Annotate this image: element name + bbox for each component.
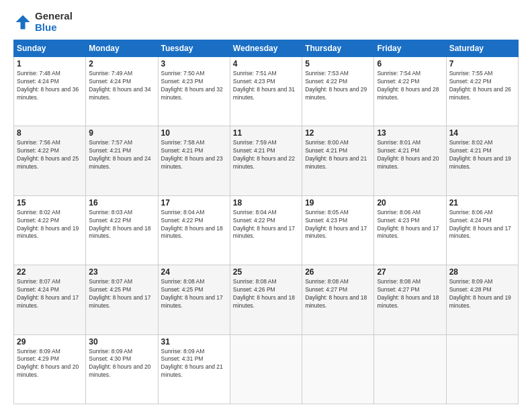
calendar-cell: 21 Sunrise: 8:06 AM Sunset: 4:24 PM Dayl… <box>446 195 518 265</box>
day-number: 29 <box>17 337 83 347</box>
logo-icon <box>13 13 32 32</box>
calendar-cell: 1 Sunrise: 7:48 AM Sunset: 4:24 PM Dayli… <box>14 57 86 126</box>
calendar-cell: 5 Sunrise: 7:53 AM Sunset: 4:22 PM Dayli… <box>302 57 374 126</box>
day-info: Sunrise: 8:08 AM Sunset: 4:27 PM Dayligh… <box>305 278 371 310</box>
day-info: Sunrise: 7:49 AM Sunset: 4:24 PM Dayligh… <box>89 70 154 102</box>
day-number: 11 <box>233 128 299 138</box>
day-number: 28 <box>449 267 515 277</box>
day-header-monday: Monday <box>86 40 158 57</box>
day-number: 24 <box>161 267 227 277</box>
calendar-cell: 14 Sunrise: 8:02 AM Sunset: 4:21 PM Dayl… <box>446 126 518 195</box>
calendar-cell: 22 Sunrise: 8:07 AM Sunset: 4:24 PM Dayl… <box>14 265 86 334</box>
day-number: 20 <box>377 198 443 208</box>
day-number: 16 <box>89 198 154 208</box>
calendar-cell: 17 Sunrise: 8:04 AM Sunset: 4:22 PM Dayl… <box>158 195 230 265</box>
calendar-cell: 9 Sunrise: 7:57 AM Sunset: 4:21 PM Dayli… <box>86 126 158 195</box>
calendar-cell <box>302 334 374 404</box>
page: General Blue SundayMondayTuesdayWednesda… <box>0 0 532 411</box>
calendar-cell: 31 Sunrise: 8:09 AM Sunset: 4:31 PM Dayl… <box>158 334 230 404</box>
calendar-cell: 11 Sunrise: 7:59 AM Sunset: 4:21 PM Dayl… <box>230 126 302 195</box>
day-number: 6 <box>377 59 443 68</box>
header: General Blue <box>13 11 519 33</box>
day-info: Sunrise: 8:02 AM Sunset: 4:22 PM Dayligh… <box>17 209 83 241</box>
day-number: 19 <box>305 198 371 208</box>
svg-marker-1 <box>16 15 30 29</box>
day-info: Sunrise: 8:09 AM Sunset: 4:31 PM Dayligh… <box>161 348 227 380</box>
day-info: Sunrise: 7:59 AM Sunset: 4:21 PM Dayligh… <box>233 139 299 171</box>
day-header-wednesday: Wednesday <box>230 40 302 57</box>
day-number: 4 <box>233 59 299 68</box>
calendar-cell: 19 Sunrise: 8:05 AM Sunset: 4:23 PM Dayl… <box>302 195 374 265</box>
day-info: Sunrise: 8:08 AM Sunset: 4:25 PM Dayligh… <box>161 278 227 310</box>
day-info: Sunrise: 7:51 AM Sunset: 4:23 PM Dayligh… <box>233 70 299 102</box>
day-number: 5 <box>305 59 371 68</box>
day-info: Sunrise: 8:07 AM Sunset: 4:25 PM Dayligh… <box>89 278 154 310</box>
day-number: 8 <box>17 128 83 138</box>
calendar-cell: 15 Sunrise: 8:02 AM Sunset: 4:22 PM Dayl… <box>14 195 86 265</box>
day-number: 21 <box>449 198 515 208</box>
day-header-friday: Friday <box>374 40 446 57</box>
day-header-sunday: Sunday <box>14 40 86 57</box>
calendar-cell: 25 Sunrise: 8:08 AM Sunset: 4:26 PM Dayl… <box>230 265 302 334</box>
day-info: Sunrise: 8:02 AM Sunset: 4:21 PM Dayligh… <box>449 139 515 171</box>
day-info: Sunrise: 8:00 AM Sunset: 4:21 PM Dayligh… <box>305 139 371 171</box>
day-info: Sunrise: 8:07 AM Sunset: 4:24 PM Dayligh… <box>17 278 83 310</box>
day-info: Sunrise: 8:09 AM Sunset: 4:29 PM Dayligh… <box>17 348 83 380</box>
day-info: Sunrise: 8:06 AM Sunset: 4:23 PM Dayligh… <box>377 209 443 241</box>
calendar-cell: 4 Sunrise: 7:51 AM Sunset: 4:23 PM Dayli… <box>230 57 302 126</box>
day-number: 3 <box>161 59 227 68</box>
calendar-cell: 27 Sunrise: 8:08 AM Sunset: 4:27 PM Dayl… <box>374 265 446 334</box>
day-number: 30 <box>89 337 154 347</box>
day-number: 12 <box>305 128 371 138</box>
calendar-cell: 16 Sunrise: 8:03 AM Sunset: 4:22 PM Dayl… <box>86 195 158 265</box>
day-number: 17 <box>161 198 227 208</box>
day-number: 26 <box>305 267 371 277</box>
day-info: Sunrise: 7:57 AM Sunset: 4:21 PM Dayligh… <box>89 139 154 171</box>
calendar-cell <box>230 334 302 404</box>
calendar-cell: 24 Sunrise: 8:08 AM Sunset: 4:25 PM Dayl… <box>158 265 230 334</box>
day-info: Sunrise: 8:09 AM Sunset: 4:28 PM Dayligh… <box>449 278 515 310</box>
day-info: Sunrise: 8:01 AM Sunset: 4:21 PM Dayligh… <box>377 139 443 171</box>
logo-text: General Blue <box>35 11 73 33</box>
day-info: Sunrise: 7:53 AM Sunset: 4:22 PM Dayligh… <box>305 70 371 102</box>
day-header-thursday: Thursday <box>302 40 374 57</box>
day-info: Sunrise: 8:08 AM Sunset: 4:26 PM Dayligh… <box>233 278 299 310</box>
calendar-cell: 13 Sunrise: 8:01 AM Sunset: 4:21 PM Dayl… <box>374 126 446 195</box>
day-info: Sunrise: 8:03 AM Sunset: 4:22 PM Dayligh… <box>89 209 154 241</box>
calendar-cell <box>374 334 446 404</box>
day-number: 7 <box>449 59 515 68</box>
day-number: 15 <box>17 198 83 208</box>
calendar-cell: 7 Sunrise: 7:55 AM Sunset: 4:22 PM Dayli… <box>446 57 518 126</box>
logo: General Blue <box>13 11 73 33</box>
calendar-cell: 29 Sunrise: 8:09 AM Sunset: 4:29 PM Dayl… <box>14 334 86 404</box>
calendar-cell: 12 Sunrise: 8:00 AM Sunset: 4:21 PM Dayl… <box>302 126 374 195</box>
calendar-cell: 2 Sunrise: 7:49 AM Sunset: 4:24 PM Dayli… <box>86 57 158 126</box>
calendar-cell <box>446 334 518 404</box>
day-info: Sunrise: 7:48 AM Sunset: 4:24 PM Dayligh… <box>17 70 83 102</box>
day-info: Sunrise: 7:58 AM Sunset: 4:21 PM Dayligh… <box>161 139 227 171</box>
calendar-table: SundayMondayTuesdayWednesdayThursdayFrid… <box>13 40 519 404</box>
calendar-cell: 28 Sunrise: 8:09 AM Sunset: 4:28 PM Dayl… <box>446 265 518 334</box>
day-number: 2 <box>89 59 154 68</box>
day-number: 31 <box>161 337 227 347</box>
day-info: Sunrise: 8:09 AM Sunset: 4:30 PM Dayligh… <box>89 348 154 380</box>
calendar-cell: 3 Sunrise: 7:50 AM Sunset: 4:23 PM Dayli… <box>158 57 230 126</box>
day-info: Sunrise: 8:06 AM Sunset: 4:24 PM Dayligh… <box>449 209 515 241</box>
calendar-cell: 20 Sunrise: 8:06 AM Sunset: 4:23 PM Dayl… <box>374 195 446 265</box>
day-number: 18 <box>233 198 299 208</box>
calendar-cell: 30 Sunrise: 8:09 AM Sunset: 4:30 PM Dayl… <box>86 334 158 404</box>
day-number: 1 <box>17 59 83 68</box>
calendar-cell: 23 Sunrise: 8:07 AM Sunset: 4:25 PM Dayl… <box>86 265 158 334</box>
day-info: Sunrise: 8:04 AM Sunset: 4:22 PM Dayligh… <box>233 209 299 241</box>
day-info: Sunrise: 8:08 AM Sunset: 4:27 PM Dayligh… <box>377 278 443 310</box>
day-number: 13 <box>377 128 443 138</box>
day-info: Sunrise: 7:54 AM Sunset: 4:22 PM Dayligh… <box>377 70 443 102</box>
day-info: Sunrise: 7:55 AM Sunset: 4:22 PM Dayligh… <box>449 70 515 102</box>
calendar-cell: 10 Sunrise: 7:58 AM Sunset: 4:21 PM Dayl… <box>158 126 230 195</box>
calendar-cell: 26 Sunrise: 8:08 AM Sunset: 4:27 PM Dayl… <box>302 265 374 334</box>
day-number: 10 <box>161 128 227 138</box>
calendar-cell: 6 Sunrise: 7:54 AM Sunset: 4:22 PM Dayli… <box>374 57 446 126</box>
day-info: Sunrise: 7:56 AM Sunset: 4:22 PM Dayligh… <box>17 139 83 171</box>
day-number: 14 <box>449 128 515 138</box>
day-header-tuesday: Tuesday <box>158 40 230 57</box>
